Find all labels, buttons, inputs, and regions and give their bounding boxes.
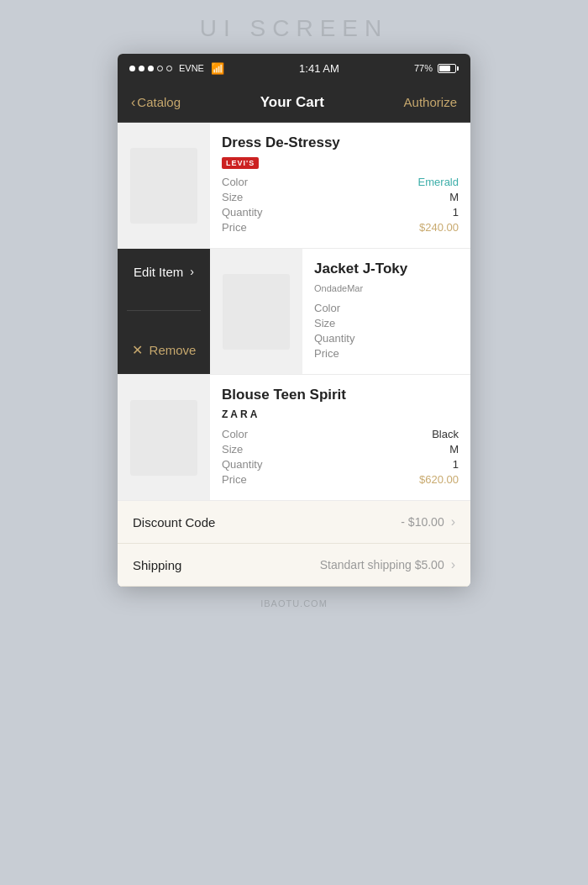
signal-dot-5 <box>166 66 172 71</box>
item-price-row-1: Price $240.00 <box>222 221 459 234</box>
item-image-1 <box>118 123 210 248</box>
item-price-row-3: Price $620.00 <box>222 473 459 486</box>
back-button[interactable]: ‹ Catalog <box>131 95 181 110</box>
qty-value-1: 1 <box>453 206 459 219</box>
price-label-1: Price <box>222 221 247 234</box>
status-bar: EVNE 📶 1:41 AM 77% <box>118 54 470 82</box>
shipping-label: Shipping <box>133 558 181 572</box>
item-name-2: Jacket J-Toky <box>314 261 459 277</box>
item-qty-row-1: Quantity 1 <box>222 206 459 219</box>
price-label-3: Price <box>222 473 247 486</box>
qty-label-2: Quantity <box>314 332 354 345</box>
edit-item-label: Edit Item <box>134 265 183 279</box>
item-price-row-2: Price <box>314 347 459 360</box>
item-brand-2: OndadeMar <box>314 280 459 295</box>
signal-dot-3 <box>148 66 154 71</box>
page-title: UI SCREEN <box>200 15 388 42</box>
remove-item-button[interactable]: ✕ Remove <box>132 342 197 358</box>
back-label: Catalog <box>137 95 181 109</box>
edit-chevron-icon: › <box>190 265 194 278</box>
wifi-icon: 📶 <box>211 62 224 75</box>
discount-value-group: - $10.00 › <box>401 514 455 529</box>
shipping-value-group: Standart shipping $5.00 › <box>320 557 455 572</box>
item-brand-3: ZARA <box>222 406 459 421</box>
signal-dot-4 <box>157 66 163 71</box>
battery-percent: 77% <box>414 63 433 73</box>
status-time: 1:41 AM <box>299 62 339 75</box>
item-color-row-3: Color Black <box>222 428 459 440</box>
remove-label: Remove <box>150 343 197 357</box>
nav-bar: ‹ Catalog Your Cart Authorize <box>118 82 470 123</box>
item-size-row-2: Size <box>314 317 459 329</box>
levis-brand-logo: LEVI'S <box>222 157 259 169</box>
zara-brand-logo: ZARA <box>222 408 260 420</box>
discount-value: - $10.00 <box>401 515 444 529</box>
remove-x-icon: ✕ <box>132 342 143 358</box>
footer-section: Discount Code - $10.00 › Shipping Standa… <box>118 501 470 587</box>
cart-item-2: Edit Item › ✕ Remove Jacket J-Toky Ondad… <box>118 249 470 375</box>
qty-label-1: Quantity <box>222 206 262 219</box>
item-details-1: Dress De-Stressy LEVI'S Color Emerald Si… <box>210 123 470 248</box>
size-value-3: M <box>449 443 459 456</box>
price-label-2: Price <box>314 347 339 360</box>
size-value-1: M <box>449 191 459 203</box>
swipe-divider <box>127 310 201 311</box>
watermark: IBAOTU.COM <box>260 598 328 608</box>
item-size-row-3: Size M <box>222 443 459 456</box>
discount-chevron-icon: › <box>451 514 455 529</box>
item-name-3: Blouse Teen Spirit <box>222 387 459 403</box>
size-label-1: Size <box>222 191 243 203</box>
color-label-3: Color <box>222 428 248 440</box>
qty-label-3: Quantity <box>222 458 262 471</box>
back-chevron-icon: ‹ <box>131 95 135 110</box>
discount-code-row[interactable]: Discount Code - $10.00 › <box>118 501 470 544</box>
item-image-3 <box>118 375 210 500</box>
item-size-row-1: Size M <box>222 191 459 203</box>
shipping-row[interactable]: Shipping Standart shipping $5.00 › <box>118 544 470 587</box>
edit-item-button[interactable]: Edit Item › <box>134 265 194 279</box>
price-value-3: $620.00 <box>419 473 459 486</box>
cart-item-3: Blouse Teen Spirit ZARA Color Black Size… <box>118 375 470 501</box>
color-value-3: Black <box>432 428 459 440</box>
discount-label: Discount Code <box>133 515 215 529</box>
swipe-panel: Edit Item › ✕ Remove <box>118 249 210 374</box>
status-left: EVNE 📶 <box>129 62 224 75</box>
carrier-label: EVNE <box>179 63 204 73</box>
size-label-2: Size <box>314 317 335 329</box>
item-qty-row-2: Quantity <box>314 332 459 345</box>
price-value-1: $240.00 <box>419 221 459 234</box>
authorize-button[interactable]: Authorize <box>404 95 457 109</box>
item-brand-1: LEVI'S <box>222 154 459 169</box>
cart-container: Dress De-Stressy LEVI'S Color Emerald Si… <box>118 123 470 501</box>
color-label-1: Color <box>222 176 248 188</box>
ondademar-brand-logo: OndadeMar <box>314 283 363 293</box>
shipping-value: Standart shipping $5.00 <box>320 558 444 572</box>
battery-icon <box>438 64 459 73</box>
image-placeholder-3 <box>130 400 197 476</box>
phone-frame: EVNE 📶 1:41 AM 77% ‹ Catalog Your Cart A… <box>118 54 470 587</box>
signal-dot-1 <box>129 66 135 71</box>
item-color-row-2: Color <box>314 302 459 314</box>
item-image-2 <box>210 249 302 374</box>
color-label-2: Color <box>314 302 340 314</box>
shipping-chevron-icon: › <box>451 557 455 572</box>
item-details-3: Blouse Teen Spirit ZARA Color Black Size… <box>210 375 470 500</box>
size-label-3: Size <box>222 443 243 456</box>
item-name-1: Dress De-Stressy <box>222 134 459 151</box>
status-right: 77% <box>414 63 459 73</box>
image-placeholder-2 <box>223 274 290 350</box>
signal-dot-2 <box>139 66 144 71</box>
item-qty-row-3: Quantity 1 <box>222 458 459 471</box>
item-color-row-1: Color Emerald <box>222 176 459 188</box>
image-placeholder-1 <box>130 148 197 224</box>
qty-value-3: 1 <box>453 458 459 471</box>
nav-title: Your Cart <box>260 94 324 111</box>
color-value-1: Emerald <box>418 176 459 188</box>
item-details-2: Jacket J-Toky OndadeMar Color Size Quant… <box>302 249 470 374</box>
cart-item-1: Dress De-Stressy LEVI'S Color Emerald Si… <box>118 123 470 249</box>
